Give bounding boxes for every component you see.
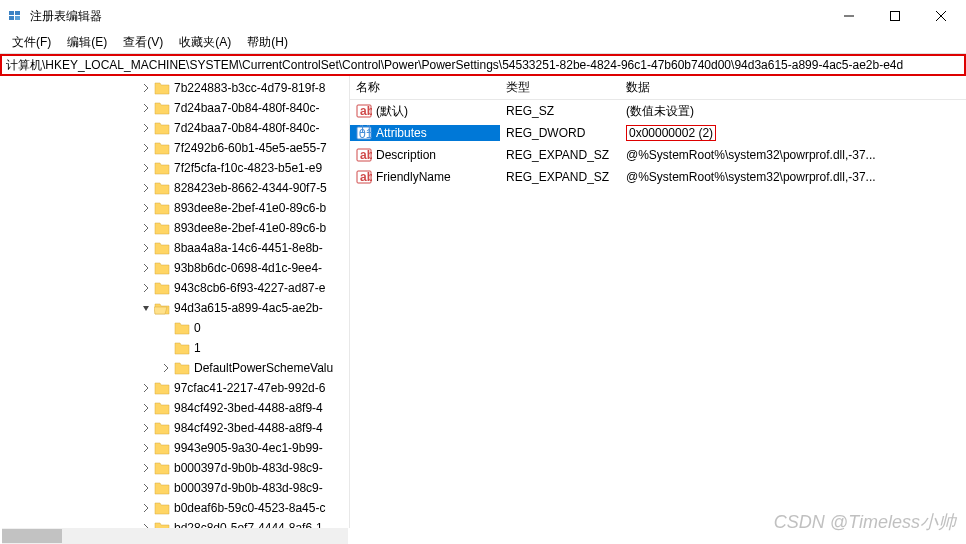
tree-item-label: 1 bbox=[194, 341, 201, 355]
tree-item-label: DefaultPowerSchemeValu bbox=[194, 361, 333, 375]
value-type: REG_EXPAND_SZ bbox=[500, 148, 620, 162]
tree-item[interactable]: b000397d-9b0b-483d-98c9- bbox=[0, 478, 349, 498]
chevron-right-icon[interactable] bbox=[140, 262, 152, 274]
tree-item[interactable]: 9943e905-9a30-4ec1-9b99- bbox=[0, 438, 349, 458]
tree-horizontal-scrollbar[interactable] bbox=[2, 528, 348, 544]
tree-item[interactable]: 984cf492-3bed-4488-a8f9-4 bbox=[0, 418, 349, 438]
folder-icon bbox=[154, 141, 170, 155]
tree-item[interactable]: 893dee8e-2bef-41e0-89c6-b bbox=[0, 198, 349, 218]
app-icon bbox=[8, 8, 24, 24]
tree-item[interactable]: 94d3a615-a899-4ac5-ae2b- bbox=[0, 298, 349, 318]
list-item[interactable]: abFriendlyNameREG_EXPAND_SZ@%SystemRoot%… bbox=[350, 166, 966, 188]
close-button[interactable] bbox=[918, 0, 964, 32]
listview[interactable]: 名称 类型 数据 ab(默认)REG_SZ(数值未设置)110011Attrib… bbox=[350, 76, 966, 528]
tree-item[interactable]: 984cf492-3bed-4488-a8f9-4 bbox=[0, 398, 349, 418]
tree-item-label: 7d24baa7-0b84-480f-840c- bbox=[174, 101, 319, 115]
titlebar: 注册表编辑器 bbox=[0, 0, 966, 32]
folder-icon bbox=[154, 121, 170, 135]
chevron-right-icon[interactable] bbox=[140, 162, 152, 174]
tree-item-label: 7b224883-b3cc-4d79-819f-8 bbox=[174, 81, 325, 95]
tree-item[interactable]: 8baa4a8a-14c6-4451-8e8b- bbox=[0, 238, 349, 258]
chevron-right-icon[interactable] bbox=[160, 362, 172, 374]
chevron-right-icon[interactable] bbox=[140, 122, 152, 134]
tree-item[interactable]: 828423eb-8662-4344-90f7-5 bbox=[0, 178, 349, 198]
tree-item[interactable]: 7d24baa7-0b84-480f-840c- bbox=[0, 98, 349, 118]
folder-icon bbox=[154, 101, 170, 115]
minimize-button[interactable] bbox=[826, 0, 872, 32]
menu-edit[interactable]: 编辑(E) bbox=[59, 32, 115, 53]
value-type: REG_EXPAND_SZ bbox=[500, 170, 620, 184]
tree-item[interactable]: 7f2492b6-60b1-45e5-ae55-7 bbox=[0, 138, 349, 158]
tree-item-label: 7d24baa7-0b84-480f-840c- bbox=[174, 121, 319, 135]
value-type: REG_DWORD bbox=[500, 126, 620, 140]
chevron-right-icon[interactable] bbox=[140, 142, 152, 154]
chevron-right-icon[interactable] bbox=[140, 402, 152, 414]
chevron-right-icon[interactable] bbox=[140, 182, 152, 194]
tree-item-label: b0deaf6b-59c0-4523-8a45-c bbox=[174, 501, 325, 515]
chevron-right-icon[interactable] bbox=[140, 202, 152, 214]
chevron-down-icon[interactable] bbox=[140, 302, 152, 314]
tree-item[interactable]: bd28c8d0-5ef7-4444-8af6-1 bbox=[0, 518, 349, 528]
value-type: REG_SZ bbox=[500, 104, 620, 118]
chevron-right-icon[interactable] bbox=[140, 282, 152, 294]
tree-item[interactable]: 0 bbox=[0, 318, 349, 338]
folder-icon bbox=[154, 281, 170, 295]
tree-panel[interactable]: 7b224883-b3cc-4d79-819f-87d24baa7-0b84-4… bbox=[0, 76, 350, 528]
tree-item-label: b000397d-9b0b-483d-98c9- bbox=[174, 481, 323, 495]
tree-item[interactable]: DefaultPowerSchemeValu bbox=[0, 358, 349, 378]
tree-item[interactable]: 7b224883-b3cc-4d79-819f-8 bbox=[0, 78, 349, 98]
chevron-right-icon[interactable] bbox=[160, 322, 172, 334]
chevron-right-icon[interactable] bbox=[140, 382, 152, 394]
scrollbar-thumb[interactable] bbox=[2, 529, 62, 543]
value-data: @%SystemRoot%\system32\powrprof.dll,-37.… bbox=[620, 170, 966, 184]
tree-item-label: 943c8cb6-6f93-4227-ad87-e bbox=[174, 281, 325, 295]
tree-item[interactable]: 1 bbox=[0, 338, 349, 358]
addressbar[interactable]: 计算机\HKEY_LOCAL_MACHINE\SYSTEM\CurrentCon… bbox=[0, 54, 966, 76]
maximize-button[interactable] bbox=[872, 0, 918, 32]
value-name: FriendlyName bbox=[376, 170, 451, 184]
folder-icon bbox=[154, 261, 170, 275]
folder-icon bbox=[154, 301, 170, 315]
tree-item[interactable]: 93b8b6dc-0698-4d1c-9ee4- bbox=[0, 258, 349, 278]
tree-item-label: 97cfac41-2217-47eb-992d-6 bbox=[174, 381, 325, 395]
list-item[interactable]: ab(默认)REG_SZ(数值未设置) bbox=[350, 100, 966, 122]
chevron-right-icon[interactable] bbox=[140, 242, 152, 254]
menu-help[interactable]: 帮助(H) bbox=[239, 32, 296, 53]
tree-item[interactable]: b000397d-9b0b-483d-98c9- bbox=[0, 458, 349, 478]
tree-item[interactable]: b0deaf6b-59c0-4523-8a45-c bbox=[0, 498, 349, 518]
chevron-right-icon[interactable] bbox=[140, 82, 152, 94]
value-name: (默认) bbox=[376, 103, 408, 120]
folder-icon bbox=[154, 81, 170, 95]
chevron-right-icon[interactable] bbox=[140, 422, 152, 434]
column-type[interactable]: 类型 bbox=[500, 79, 620, 96]
column-name[interactable]: 名称 bbox=[350, 79, 500, 96]
chevron-right-icon[interactable] bbox=[140, 462, 152, 474]
tree-item[interactable]: 97cfac41-2217-47eb-992d-6 bbox=[0, 378, 349, 398]
folder-icon bbox=[174, 321, 190, 335]
menu-view[interactable]: 查看(V) bbox=[115, 32, 171, 53]
chevron-right-icon[interactable] bbox=[140, 482, 152, 494]
tree-item[interactable]: 893dee8e-2bef-41e0-89c6-b bbox=[0, 218, 349, 238]
tree-item-label: 0 bbox=[194, 321, 201, 335]
svg-rect-0 bbox=[9, 11, 14, 15]
menubar: 文件(F) 编辑(E) 查看(V) 收藏夹(A) 帮助(H) bbox=[0, 32, 966, 54]
svg-rect-3 bbox=[15, 16, 20, 20]
tree-item[interactable]: 7f2f5cfa-f10c-4823-b5e1-e9 bbox=[0, 158, 349, 178]
svg-text:ab: ab bbox=[360, 170, 372, 184]
list-item[interactable]: abDescriptionREG_EXPAND_SZ@%SystemRoot%\… bbox=[350, 144, 966, 166]
tree-item[interactable]: 943c8cb6-6f93-4227-ad87-e bbox=[0, 278, 349, 298]
chevron-right-icon[interactable] bbox=[160, 342, 172, 354]
list-item[interactable]: 110011AttributesREG_DWORD0x00000002 (2) bbox=[350, 122, 966, 144]
chevron-right-icon[interactable] bbox=[140, 442, 152, 454]
folder-icon bbox=[154, 501, 170, 515]
chevron-right-icon[interactable] bbox=[140, 102, 152, 114]
svg-rect-5 bbox=[891, 12, 900, 21]
column-data[interactable]: 数据 bbox=[620, 79, 966, 96]
folder-icon bbox=[154, 181, 170, 195]
chevron-right-icon[interactable] bbox=[140, 502, 152, 514]
tree-item-label: 893dee8e-2bef-41e0-89c6-b bbox=[174, 221, 326, 235]
menu-file[interactable]: 文件(F) bbox=[4, 32, 59, 53]
chevron-right-icon[interactable] bbox=[140, 222, 152, 234]
tree-item[interactable]: 7d24baa7-0b84-480f-840c- bbox=[0, 118, 349, 138]
menu-favorites[interactable]: 收藏夹(A) bbox=[171, 32, 239, 53]
